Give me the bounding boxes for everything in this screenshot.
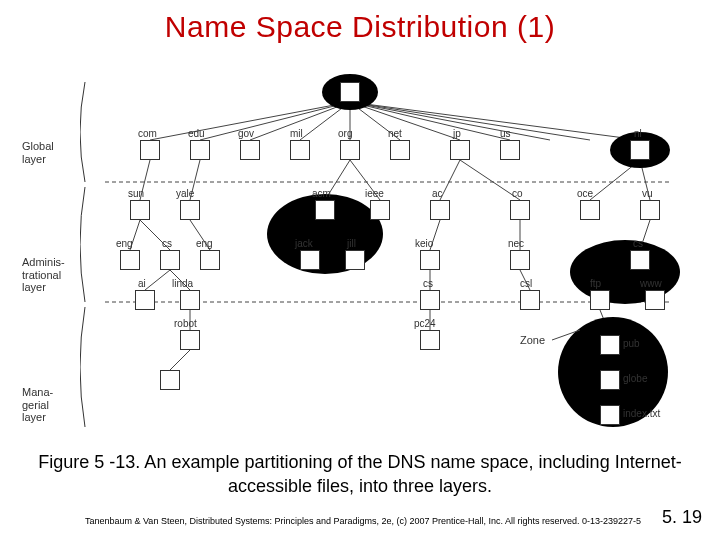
label-keio: keio [415,238,433,249]
node-root [340,82,360,102]
node-net [390,140,410,160]
label-yale: yale [176,188,194,199]
label-indextxt: index.txt [623,408,660,419]
label-linda: linda [172,278,193,289]
label-pub: pub [623,338,640,349]
label-org: org [338,128,352,139]
label-sun: sun [128,188,144,199]
label-net: net [388,128,402,139]
label-edu: edu [188,128,205,139]
label-co: co [512,188,523,199]
label-oce: oce [577,188,593,199]
node-csl [520,290,540,310]
node-ftp [590,290,610,310]
label-eng-yale: eng [196,238,213,249]
node-jp [450,140,470,160]
svg-line-18 [460,160,520,200]
node-sun [130,200,150,220]
label-us: us [500,128,511,139]
label-nl: nl [634,128,642,139]
dns-tree-diagram: com edu gov mil org net jp us nl sun yal… [80,72,680,432]
node-nec [510,250,530,270]
node-ac [430,200,450,220]
node-eng-yale [200,250,220,270]
label-robot: robot [174,318,197,329]
node-us [500,140,520,160]
label-jill: jill [347,238,356,249]
svg-line-46 [552,330,580,340]
node-globe [600,370,620,390]
label-eng-sun: eng [116,238,133,249]
layer-label-admin: Adminis-trationallayer [22,256,65,294]
node-ai [135,290,155,310]
label-cs-vu: cs [633,238,643,249]
node-co [510,200,530,220]
node-pub [600,335,620,355]
node-robot [180,330,200,350]
svg-line-33 [600,270,640,290]
svg-line-10 [350,102,550,140]
label-cs-keio: cs [423,278,433,289]
svg-line-8 [350,102,460,140]
svg-line-37 [600,310,610,335]
label-cs-sun: cs [162,238,172,249]
node-linda [180,290,200,310]
svg-line-3 [200,102,350,140]
node-edu [190,140,210,160]
node-gov [240,140,260,160]
node-oce [580,200,600,220]
label-jp: jp [453,128,461,139]
label-csl: csl [520,278,532,289]
label-ac: ac [432,188,443,199]
svg-line-19 [590,160,640,200]
svg-line-17 [440,160,460,200]
node-indextxt [600,405,620,425]
label-acm: acm [312,188,331,199]
svg-line-11 [350,102,590,140]
copyright-footer: Tanenbaum & Van Steen, Distributed Syste… [85,516,641,526]
node-nl [630,140,650,160]
node-eng-sun [120,250,140,270]
node-vu [640,200,660,220]
label-www: www [640,278,662,289]
label-jack: jack [295,238,313,249]
label-gov: gov [238,128,254,139]
label-com: com [138,128,157,139]
label-nec: nec [508,238,524,249]
svg-line-40 [170,350,190,370]
node-com [140,140,160,160]
label-pc24: pc24 [414,318,436,329]
layer-label-global: Globallayer [22,140,54,165]
node-jill [345,250,365,270]
zone-label: Zone [520,334,545,346]
svg-line-29 [145,270,170,290]
node-keio [420,250,440,270]
node-pc24 [420,330,440,350]
label-ftp: ftp [590,278,601,289]
node-yale [180,200,200,220]
node-org [340,140,360,160]
node-acm [315,200,335,220]
label-mil: mil [290,128,303,139]
node-leaf [160,370,180,390]
label-ai: ai [138,278,146,289]
label-vu: vu [642,188,653,199]
page-number: 5. 19 [662,507,702,528]
slide-title: Name Space Distribution (1) [0,0,720,44]
node-cs-vu [630,250,650,270]
node-www [645,290,665,310]
svg-line-9 [350,102,510,140]
node-cs-sun [160,250,180,270]
figure-caption: Figure 5 -13. An example partitioning of… [30,450,690,499]
node-ieee [370,200,390,220]
label-globe: globe [623,373,647,384]
node-mil [290,140,310,160]
label-ieee: ieee [365,188,384,199]
node-jack [300,250,320,270]
node-cs-keio [420,290,440,310]
layer-label-managerial: Mana-geriallayer [22,386,53,424]
